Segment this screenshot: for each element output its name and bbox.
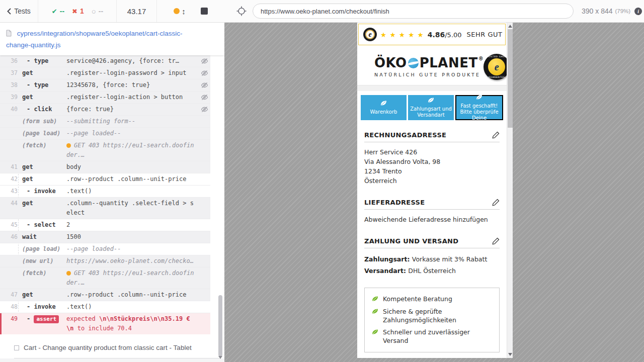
log-row-icon bbox=[196, 129, 208, 130]
log-row-method: - click bbox=[22, 105, 66, 114]
log-row[interactable]: (form sub)--submitting form-- bbox=[0, 116, 210, 128]
benefit-text: Sichere & geprüfte Zahlungsmöglichkeiten bbox=[383, 307, 492, 324]
eye-slash-icon bbox=[201, 94, 208, 101]
log-row[interactable]: 47get.row--product .column--unit-price bbox=[0, 289, 210, 301]
log-row-method: - invoke bbox=[22, 302, 66, 312]
test-timer: 43.17 bbox=[117, 0, 157, 22]
log-row[interactable]: (fetch)GET 403 https://eu1-search.doofin… bbox=[0, 140, 210, 161]
payment-row: Zahlungsart: Vorkasse mit 3% Rabatt bbox=[364, 253, 500, 265]
log-row[interactable]: 37get.register--login-password > input bbox=[0, 67, 210, 79]
file-icon bbox=[6, 30, 12, 37]
billing-address-line: Österreich bbox=[364, 176, 500, 186]
log-row[interactable]: 45- select2 bbox=[0, 219, 210, 231]
brand-right: PLANET bbox=[420, 56, 478, 69]
viewport-zoom: (79%) bbox=[615, 8, 631, 14]
billing-title: RECHNUNGSADRESSE bbox=[364, 131, 446, 139]
scrollbar-thumb[interactable] bbox=[218, 295, 222, 356]
log-row[interactable]: 38- type12345678, {force: true} bbox=[0, 79, 210, 92]
log-row[interactable]: 39get.register--login-action > button bbox=[0, 92, 210, 104]
log-row-message: --submitting form-- bbox=[66, 117, 196, 126]
log-row[interactable]: 36- typeservice@426.agency, {force: tr… bbox=[0, 55, 210, 67]
checkout-step-1[interactable]: Warenkorb bbox=[361, 95, 407, 120]
log-row[interactable]: (page load)--page loaded-- bbox=[0, 243, 210, 255]
log-row-method: get bbox=[22, 199, 66, 208]
log-row-message: .text() bbox=[66, 302, 196, 312]
log-row[interactable]: 44get.column--quantity .select-field > s… bbox=[0, 198, 210, 219]
app-scrollbar-thumb[interactable] bbox=[508, 29, 513, 128]
app-scroll-down-icon[interactable] bbox=[508, 353, 512, 356]
spec-path-link[interactable]: cypress/integration/shopware5/oekoplanet… bbox=[0, 23, 224, 55]
leaf-icon bbox=[372, 308, 378, 314]
log-row-message: .row--product .column--unit-price bbox=[66, 290, 196, 300]
billing-address-line: Herr Service 426 bbox=[364, 147, 500, 157]
benefit-item: Kompetente Beratung bbox=[372, 295, 492, 304]
next-test-title[interactable]: Cart - Change quantity product from clas… bbox=[14, 344, 219, 358]
app-scroll-up-icon[interactable] bbox=[508, 25, 512, 28]
log-row-message: service@426.agency, {force: tr… bbox=[66, 56, 196, 66]
checkout-step-2[interactable]: Zahlungsart und Versandart bbox=[408, 95, 454, 120]
edit-payment-icon[interactable] bbox=[492, 237, 500, 245]
leaf-icon bbox=[372, 328, 378, 345]
leaf-icon bbox=[380, 100, 387, 106]
billing-address-line: Via Alessandro Volta, 98 bbox=[364, 157, 500, 166]
shop-header: ÖKO PLANET ® NATÜRLICH GUTE PRODUKTE TRU… bbox=[357, 45, 507, 85]
log-row[interactable]: (fetch)GET 403 https://eu1-search.doofin… bbox=[0, 267, 210, 289]
info-icon[interactable]: i bbox=[634, 8, 642, 15]
log-row-method: get bbox=[22, 290, 66, 300]
payment-section: ZAHLUNG UND VERSAND Zahlungsart: Vorkass… bbox=[364, 237, 500, 277]
command-log: 36- typeservice@426.agency, {force: tr…3… bbox=[0, 55, 210, 334]
log-row[interactable]: 40- click{force: true} bbox=[0, 104, 210, 116]
payment-row: Versandart: DHL Österreich bbox=[364, 265, 500, 277]
eye-slash-icon bbox=[201, 70, 208, 76]
eye-slash-icon bbox=[201, 58, 208, 64]
log-row[interactable]: 41getbody bbox=[0, 161, 210, 173]
log-row[interactable]: 48- invoke.text() bbox=[0, 301, 210, 313]
log-row-message: 12345678, {force: true} bbox=[66, 80, 196, 90]
log-row-message: --page loaded-- bbox=[66, 129, 196, 138]
log-row-icon bbox=[196, 117, 208, 118]
log-row-message: .text() bbox=[66, 187, 196, 196]
log-row-number: 49 bbox=[2, 314, 22, 324]
trusted-shops-mini-badge-icon: e bbox=[363, 28, 377, 41]
log-row[interactable]: 42get.row--product .column--unit-price bbox=[0, 173, 210, 186]
url-section: https://www.oeko-planet.com/checkout/fin… bbox=[231, 0, 644, 22]
resize-arrows-icon: ↕ bbox=[182, 8, 186, 15]
log-row[interactable]: (new url)https://www.oeko-planet.com/che… bbox=[0, 255, 210, 267]
log-row[interactable]: 46wait1500 bbox=[0, 231, 210, 243]
log-row-message: .row--product .column--unit-price bbox=[66, 174, 196, 184]
rating-label: SEHR GUT bbox=[467, 31, 503, 38]
billing-section: RECHNUNGSADRESSE Herr Service 426Via Ale… bbox=[364, 131, 500, 186]
log-row-method: get bbox=[22, 93, 66, 102]
leaf-icon bbox=[372, 307, 378, 324]
log-row-message: --page loaded-- bbox=[66, 244, 196, 254]
cross-icon: ✖ bbox=[72, 8, 77, 15]
edit-billing-icon[interactable] bbox=[492, 131, 500, 139]
log-row-method: (page load) bbox=[22, 129, 66, 138]
fetch-dot-icon bbox=[66, 143, 71, 148]
log-row[interactable]: 43- invoke.text() bbox=[0, 186, 210, 198]
log-row-icon bbox=[196, 162, 208, 164]
log-row-method: (form sub) bbox=[22, 117, 66, 126]
log-row-icon bbox=[196, 314, 208, 316]
log-row[interactable]: 49- assertexpected \n\nStückpreis\n\n35.… bbox=[0, 313, 210, 334]
payment-title: ZAHLUNG UND VERSAND bbox=[364, 237, 458, 245]
log-row-icon bbox=[196, 68, 208, 76]
shop-logo[interactable]: ÖKO PLANET ® NATÜRLICH GUTE PRODUKTE bbox=[374, 56, 484, 77]
app-scrollbar[interactable] bbox=[507, 23, 513, 358]
selector-playground-icon[interactable] bbox=[236, 6, 247, 16]
checkout-step-3[interactable]: Fast geschafft! Bitte überprüfe Deine bbox=[455, 95, 503, 120]
edit-shipping-icon[interactable] bbox=[492, 199, 500, 206]
url-text: https://www.oeko-planet.com/checkout/fin… bbox=[261, 8, 389, 15]
shipping-address[interactable]: Abweichende Lieferadresse hinzufügen bbox=[364, 215, 500, 224]
scroll-down-arrow-icon[interactable] bbox=[218, 356, 222, 359]
url-bar[interactable]: https://www.oeko-planet.com/checkout/fin… bbox=[253, 4, 574, 19]
log-row-method: get bbox=[22, 174, 66, 184]
log-row-method: (page load) bbox=[22, 244, 66, 254]
log-row-message: {force: true} bbox=[66, 105, 196, 114]
reporter-scrollbar[interactable] bbox=[217, 25, 224, 361]
log-row-method: (fetch) bbox=[22, 141, 66, 150]
back-to-tests-button[interactable]: Tests bbox=[0, 0, 38, 22]
leaf-icon bbox=[372, 329, 378, 335]
stop-button[interactable] bbox=[201, 8, 208, 15]
log-row[interactable]: (page load)--page loaded-- bbox=[0, 128, 210, 140]
